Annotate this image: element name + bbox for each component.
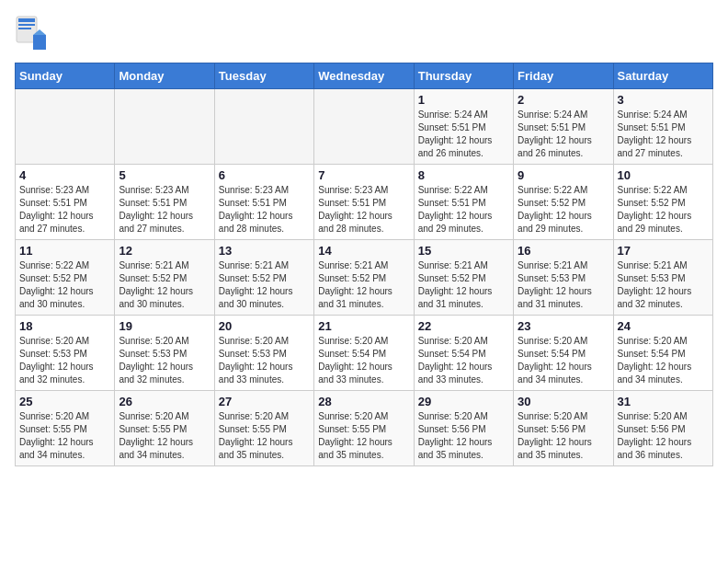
calendar-cell: 5Sunrise: 5:23 AMSunset: 5:51 PMDaylight… <box>115 165 214 240</box>
svg-marker-4 <box>33 35 46 50</box>
calendar-cell <box>115 89 214 165</box>
day-number: 19 <box>119 319 210 333</box>
day-number: 1 <box>418 93 509 107</box>
day-info: Sunrise: 5:22 AMSunset: 5:51 PMDaylight:… <box>418 184 509 236</box>
calendar-cell <box>314 89 414 165</box>
day-info: Sunrise: 5:21 AMSunset: 5:53 PMDaylight:… <box>518 259 609 311</box>
weekday-header-monday: Monday <box>115 63 214 89</box>
calendar-cell: 11Sunrise: 5:22 AMSunset: 5:52 PMDayligh… <box>16 240 115 316</box>
calendar-cell: 19Sunrise: 5:20 AMSunset: 5:53 PMDayligh… <box>115 316 214 391</box>
day-info: Sunrise: 5:20 AMSunset: 5:54 PMDaylight:… <box>518 335 609 386</box>
day-info: Sunrise: 5:20 AMSunset: 5:56 PMDaylight:… <box>518 410 609 462</box>
calendar-cell: 28Sunrise: 5:20 AMSunset: 5:55 PMDayligh… <box>314 391 414 466</box>
day-info: Sunrise: 5:22 AMSunset: 5:52 PMDaylight:… <box>618 184 709 236</box>
calendar-cell: 29Sunrise: 5:20 AMSunset: 5:56 PMDayligh… <box>414 391 513 466</box>
day-number: 17 <box>618 244 709 258</box>
day-number: 11 <box>19 244 110 258</box>
day-number: 30 <box>518 395 609 408</box>
day-number: 20 <box>219 319 310 333</box>
day-number: 25 <box>19 395 110 408</box>
day-info: Sunrise: 5:24 AMSunset: 5:51 PMDaylight:… <box>418 109 509 160</box>
calendar-cell: 6Sunrise: 5:23 AMSunset: 5:51 PMDaylight… <box>214 165 313 240</box>
day-info: Sunrise: 5:20 AMSunset: 5:53 PMDaylight:… <box>219 335 310 386</box>
day-info: Sunrise: 5:20 AMSunset: 5:53 PMDaylight:… <box>19 335 110 386</box>
calendar-cell: 15Sunrise: 5:21 AMSunset: 5:52 PMDayligh… <box>414 240 513 316</box>
logo-icon <box>15 15 48 55</box>
calendar-cell: 18Sunrise: 5:20 AMSunset: 5:53 PMDayligh… <box>16 316 115 391</box>
day-number: 29 <box>418 395 509 408</box>
weekday-header-sunday: Sunday <box>16 63 115 89</box>
day-info: Sunrise: 5:21 AMSunset: 5:53 PMDaylight:… <box>618 259 709 311</box>
day-number: 6 <box>219 168 310 182</box>
day-info: Sunrise: 5:20 AMSunset: 5:56 PMDaylight:… <box>418 410 509 462</box>
day-info: Sunrise: 5:20 AMSunset: 5:55 PMDaylight:… <box>119 410 210 462</box>
weekday-header-saturday: Saturday <box>613 63 712 89</box>
calendar-cell: 20Sunrise: 5:20 AMSunset: 5:53 PMDayligh… <box>214 316 313 391</box>
calendar-week-row: 18Sunrise: 5:20 AMSunset: 5:53 PMDayligh… <box>16 316 713 391</box>
logo <box>15 15 51 55</box>
calendar-cell: 21Sunrise: 5:20 AMSunset: 5:54 PMDayligh… <box>314 316 414 391</box>
day-number: 18 <box>19 319 110 333</box>
day-info: Sunrise: 5:22 AMSunset: 5:52 PMDaylight:… <box>518 184 609 236</box>
day-number: 14 <box>318 244 409 258</box>
day-info: Sunrise: 5:21 AMSunset: 5:52 PMDaylight:… <box>119 259 210 311</box>
day-number: 10 <box>618 168 709 182</box>
calendar-week-row: 1Sunrise: 5:24 AMSunset: 5:51 PMDaylight… <box>16 89 713 165</box>
calendar-cell: 26Sunrise: 5:20 AMSunset: 5:55 PMDayligh… <box>115 391 214 466</box>
calendar-week-row: 4Sunrise: 5:23 AMSunset: 5:51 PMDaylight… <box>16 165 713 240</box>
calendar-cell <box>214 89 313 165</box>
day-number: 21 <box>318 319 409 333</box>
day-info: Sunrise: 5:23 AMSunset: 5:51 PMDaylight:… <box>19 184 110 236</box>
calendar-week-row: 11Sunrise: 5:22 AMSunset: 5:52 PMDayligh… <box>16 240 713 316</box>
day-info: Sunrise: 5:20 AMSunset: 5:55 PMDaylight:… <box>318 410 409 462</box>
calendar-cell: 3Sunrise: 5:24 AMSunset: 5:51 PMDaylight… <box>613 89 712 165</box>
day-info: Sunrise: 5:22 AMSunset: 5:52 PMDaylight:… <box>19 259 110 311</box>
day-info: Sunrise: 5:20 AMSunset: 5:55 PMDaylight:… <box>219 410 310 462</box>
calendar-cell: 27Sunrise: 5:20 AMSunset: 5:55 PMDayligh… <box>214 391 313 466</box>
day-info: Sunrise: 5:23 AMSunset: 5:51 PMDaylight:… <box>318 184 409 236</box>
calendar-week-row: 25Sunrise: 5:20 AMSunset: 5:55 PMDayligh… <box>16 391 713 466</box>
day-info: Sunrise: 5:23 AMSunset: 5:51 PMDaylight:… <box>219 184 310 236</box>
calendar-cell: 17Sunrise: 5:21 AMSunset: 5:53 PMDayligh… <box>613 240 712 316</box>
day-number: 15 <box>418 244 509 258</box>
day-number: 12 <box>119 244 210 258</box>
weekday-header-wednesday: Wednesday <box>314 63 414 89</box>
day-number: 2 <box>518 93 609 107</box>
day-info: Sunrise: 5:21 AMSunset: 5:52 PMDaylight:… <box>318 259 409 311</box>
day-info: Sunrise: 5:24 AMSunset: 5:51 PMDaylight:… <box>618 109 709 160</box>
day-info: Sunrise: 5:21 AMSunset: 5:52 PMDaylight:… <box>418 259 509 311</box>
calendar-cell: 22Sunrise: 5:20 AMSunset: 5:54 PMDayligh… <box>414 316 513 391</box>
day-info: Sunrise: 5:20 AMSunset: 5:54 PMDaylight:… <box>618 335 709 386</box>
calendar-cell: 12Sunrise: 5:21 AMSunset: 5:52 PMDayligh… <box>115 240 214 316</box>
calendar-cell: 23Sunrise: 5:20 AMSunset: 5:54 PMDayligh… <box>514 316 613 391</box>
calendar-cell: 9Sunrise: 5:22 AMSunset: 5:52 PMDaylight… <box>514 165 613 240</box>
calendar-cell: 10Sunrise: 5:22 AMSunset: 5:52 PMDayligh… <box>613 165 712 240</box>
weekday-header-row: SundayMondayTuesdayWednesdayThursdayFrid… <box>16 63 713 89</box>
day-number: 9 <box>518 168 609 182</box>
calendar-cell <box>16 89 115 165</box>
calendar-cell: 31Sunrise: 5:20 AMSunset: 5:56 PMDayligh… <box>613 391 712 466</box>
calendar-cell: 25Sunrise: 5:20 AMSunset: 5:55 PMDayligh… <box>16 391 115 466</box>
day-number: 7 <box>318 168 409 182</box>
day-number: 8 <box>418 168 509 182</box>
day-number: 4 <box>19 168 110 182</box>
day-number: 28 <box>318 395 409 408</box>
day-info: Sunrise: 5:20 AMSunset: 5:56 PMDaylight:… <box>618 410 709 462</box>
day-number: 23 <box>518 319 609 333</box>
calendar-cell: 4Sunrise: 5:23 AMSunset: 5:51 PMDaylight… <box>16 165 115 240</box>
header <box>15 15 713 55</box>
calendar-cell: 24Sunrise: 5:20 AMSunset: 5:54 PMDayligh… <box>613 316 712 391</box>
calendar-cell: 13Sunrise: 5:21 AMSunset: 5:52 PMDayligh… <box>214 240 313 316</box>
calendar-cell: 16Sunrise: 5:21 AMSunset: 5:53 PMDayligh… <box>514 240 613 316</box>
svg-rect-3 <box>18 28 31 29</box>
svg-rect-2 <box>18 24 35 26</box>
day-info: Sunrise: 5:20 AMSunset: 5:54 PMDaylight:… <box>418 335 509 386</box>
day-info: Sunrise: 5:23 AMSunset: 5:51 PMDaylight:… <box>119 184 210 236</box>
calendar-cell: 7Sunrise: 5:23 AMSunset: 5:51 PMDaylight… <box>314 165 414 240</box>
day-number: 27 <box>219 395 310 408</box>
calendar-cell: 1Sunrise: 5:24 AMSunset: 5:51 PMDaylight… <box>414 89 513 165</box>
day-number: 31 <box>618 395 709 408</box>
day-info: Sunrise: 5:24 AMSunset: 5:51 PMDaylight:… <box>518 109 609 160</box>
day-number: 3 <box>618 93 709 107</box>
day-info: Sunrise: 5:20 AMSunset: 5:54 PMDaylight:… <box>318 335 409 386</box>
